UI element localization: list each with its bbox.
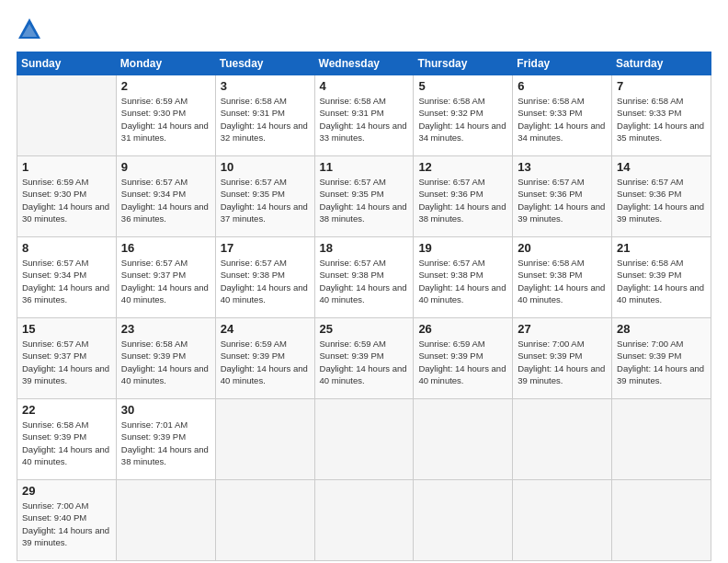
calendar-cell: 13Sunrise: 6:57 AMSunset: 9:36 PMDayligh… [513, 156, 612, 237]
day-number: 28 [617, 322, 706, 336]
day-info: Sunrise: 6:58 AMSunset: 9:33 PMDaylight:… [617, 95, 706, 144]
calendar-cell [215, 480, 314, 561]
calendar-cell: 22Sunrise: 6:58 AMSunset: 9:39 PMDayligh… [17, 399, 117, 480]
calendar-cell: 18Sunrise: 6:57 AMSunset: 9:38 PMDayligh… [314, 237, 414, 318]
calendar-header-sunday: Sunday [17, 52, 117, 75]
calendar-cell: 21Sunrise: 6:58 AMSunset: 9:39 PMDayligh… [612, 237, 711, 318]
day-number: 25 [320, 322, 409, 336]
day-info: Sunrise: 6:59 AMSunset: 9:39 PMDaylight:… [221, 338, 310, 386]
calendar-header-thursday: Thursday [414, 52, 513, 75]
day-info: Sunrise: 6:58 AMSunset: 9:33 PMDaylight:… [518, 95, 607, 144]
calendar-cell: 25Sunrise: 6:59 AMSunset: 9:39 PMDayligh… [314, 318, 414, 399]
day-number: 16 [121, 241, 210, 255]
day-info: Sunrise: 7:01 AMSunset: 9:39 PMDaylight:… [121, 419, 210, 467]
calendar-cell [612, 480, 711, 561]
day-info: Sunrise: 6:58 AMSunset: 9:31 PMDaylight:… [320, 95, 409, 144]
day-info: Sunrise: 6:58 AMSunset: 9:39 PMDaylight:… [121, 338, 210, 386]
day-info: Sunrise: 6:57 AMSunset: 9:37 PMDaylight:… [22, 338, 111, 386]
day-number: 4 [320, 79, 409, 93]
day-number: 11 [320, 160, 409, 174]
calendar-cell [414, 480, 513, 561]
logo [17, 17, 46, 42]
day-number: 10 [221, 160, 310, 174]
day-info: Sunrise: 7:00 AMSunset: 9:39 PMDaylight:… [617, 338, 706, 386]
day-number: 17 [221, 241, 310, 255]
calendar-header-friday: Friday [513, 52, 612, 75]
day-info: Sunrise: 7:00 AMSunset: 9:40 PMDaylight:… [22, 500, 111, 548]
calendar-header-tuesday: Tuesday [215, 52, 314, 75]
page: SundayMondayTuesdayWednesdayThursdayFrid… [0, 0, 728, 563]
day-info: Sunrise: 6:58 AMSunset: 9:39 PMDaylight:… [22, 419, 111, 467]
day-info: Sunrise: 6:57 AMSunset: 9:34 PMDaylight:… [22, 257, 111, 305]
calendar-cell: 26Sunrise: 6:59 AMSunset: 9:39 PMDayligh… [414, 318, 513, 399]
calendar-cell [513, 399, 612, 480]
calendar-cell [314, 399, 414, 480]
calendar-cell [414, 399, 513, 480]
calendar-cell: 9Sunrise: 6:57 AMSunset: 9:34 PMDaylight… [116, 156, 215, 237]
calendar-cell: 30Sunrise: 7:01 AMSunset: 9:39 PMDayligh… [116, 399, 215, 480]
calendar-cell: 14Sunrise: 6:57 AMSunset: 9:36 PMDayligh… [612, 156, 711, 237]
calendar-cell: 19Sunrise: 6:57 AMSunset: 9:38 PMDayligh… [414, 237, 513, 318]
day-number: 9 [121, 160, 210, 174]
day-number: 1 [22, 160, 111, 174]
day-number: 7 [617, 79, 706, 93]
day-number: 23 [121, 322, 210, 336]
day-number: 5 [418, 79, 507, 93]
calendar-cell: 8Sunrise: 6:57 AMSunset: 9:34 PMDaylight… [17, 237, 117, 318]
day-info: Sunrise: 6:57 AMSunset: 9:37 PMDaylight:… [121, 257, 210, 305]
calendar-cell: 20Sunrise: 6:58 AMSunset: 9:38 PMDayligh… [513, 237, 612, 318]
day-info: Sunrise: 6:57 AMSunset: 9:35 PMDaylight:… [221, 176, 310, 224]
day-number: 21 [617, 241, 706, 255]
day-info: Sunrise: 6:59 AMSunset: 9:30 PMDaylight:… [22, 176, 111, 224]
day-info: Sunrise: 6:59 AMSunset: 9:39 PMDaylight:… [320, 338, 409, 386]
day-info: Sunrise: 6:57 AMSunset: 9:34 PMDaylight:… [121, 176, 210, 224]
calendar-cell [513, 480, 612, 561]
calendar-cell: 10Sunrise: 6:57 AMSunset: 9:35 PMDayligh… [215, 156, 314, 237]
calendar-cell: 7Sunrise: 6:58 AMSunset: 9:33 PMDaylight… [612, 75, 711, 156]
day-info: Sunrise: 6:58 AMSunset: 9:38 PMDaylight:… [518, 257, 607, 305]
day-number: 6 [518, 79, 607, 93]
day-number: 24 [221, 322, 310, 336]
logo-icon [17, 17, 42, 42]
calendar-cell: 28Sunrise: 7:00 AMSunset: 9:39 PMDayligh… [612, 318, 711, 399]
day-info: Sunrise: 6:57 AMSunset: 9:38 PMDaylight:… [221, 257, 310, 305]
calendar-table: SundayMondayTuesdayWednesdayThursdayFrid… [17, 52, 711, 561]
day-number: 8 [22, 241, 111, 255]
calendar-cell: 23Sunrise: 6:58 AMSunset: 9:39 PMDayligh… [116, 318, 215, 399]
day-number: 19 [418, 241, 507, 255]
day-number: 22 [22, 403, 111, 417]
day-info: Sunrise: 6:59 AMSunset: 9:30 PMDaylight:… [121, 95, 210, 144]
calendar-cell: 2Sunrise: 6:59 AMSunset: 9:30 PMDaylight… [116, 75, 215, 156]
calendar-cell: 4Sunrise: 6:58 AMSunset: 9:31 PMDaylight… [314, 75, 414, 156]
day-info: Sunrise: 6:59 AMSunset: 9:39 PMDaylight:… [418, 338, 507, 386]
calendar-header-wednesday: Wednesday [314, 52, 414, 75]
calendar-cell: 12Sunrise: 6:57 AMSunset: 9:36 PMDayligh… [414, 156, 513, 237]
calendar-cell [612, 399, 711, 480]
calendar-cell [17, 75, 117, 156]
day-info: Sunrise: 7:00 AMSunset: 9:39 PMDaylight:… [518, 338, 607, 386]
calendar-cell [215, 399, 314, 480]
calendar-cell: 11Sunrise: 6:57 AMSunset: 9:35 PMDayligh… [314, 156, 414, 237]
header [17, 17, 711, 42]
day-number: 26 [418, 322, 507, 336]
day-info: Sunrise: 6:58 AMSunset: 9:32 PMDaylight:… [418, 95, 507, 144]
calendar-cell: 15Sunrise: 6:57 AMSunset: 9:37 PMDayligh… [17, 318, 117, 399]
day-info: Sunrise: 6:57 AMSunset: 9:36 PMDaylight:… [418, 176, 507, 224]
calendar-header-saturday: Saturday [612, 52, 711, 75]
day-number: 13 [518, 160, 607, 174]
day-number: 15 [22, 322, 111, 336]
calendar-cell: 17Sunrise: 6:57 AMSunset: 9:38 PMDayligh… [215, 237, 314, 318]
day-info: Sunrise: 6:58 AMSunset: 9:39 PMDaylight:… [617, 257, 706, 305]
day-number: 3 [221, 79, 310, 93]
day-info: Sunrise: 6:57 AMSunset: 9:36 PMDaylight:… [518, 176, 607, 224]
day-number: 2 [121, 79, 210, 93]
calendar-cell: 27Sunrise: 7:00 AMSunset: 9:39 PMDayligh… [513, 318, 612, 399]
calendar-cell: 1Sunrise: 6:59 AMSunset: 9:30 PMDaylight… [17, 156, 117, 237]
calendar-cell: 3Sunrise: 6:58 AMSunset: 9:31 PMDaylight… [215, 75, 314, 156]
day-info: Sunrise: 6:57 AMSunset: 9:36 PMDaylight:… [617, 176, 706, 224]
day-number: 30 [121, 403, 210, 417]
calendar-cell: 16Sunrise: 6:57 AMSunset: 9:37 PMDayligh… [116, 237, 215, 318]
day-info: Sunrise: 6:57 AMSunset: 9:38 PMDaylight:… [320, 257, 409, 305]
day-number: 27 [518, 322, 607, 336]
day-info: Sunrise: 6:57 AMSunset: 9:38 PMDaylight:… [418, 257, 507, 305]
